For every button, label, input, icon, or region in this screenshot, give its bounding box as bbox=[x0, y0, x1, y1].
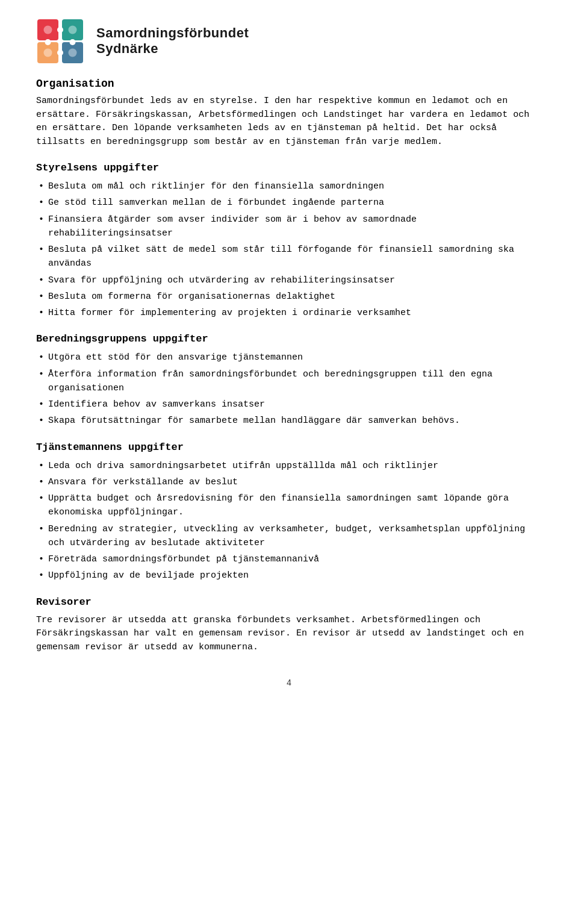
org-name-line2: Sydnärke bbox=[96, 41, 249, 57]
list-item: Finansiera åtgärder som avser individer … bbox=[36, 213, 542, 241]
page-footer: 4 bbox=[36, 678, 542, 688]
berednings-section: Beredningsgruppens uppgifter Utgöra ett … bbox=[36, 333, 542, 428]
svg-point-4 bbox=[57, 27, 63, 33]
list-item: Leda och driva samordningsarbetet utifrå… bbox=[36, 459, 542, 473]
svg-point-10 bbox=[44, 49, 52, 57]
list-item: Utgöra ett stöd för den ansvarige tjänst… bbox=[36, 351, 542, 364]
revisorer-heading: Revisorer bbox=[36, 596, 542, 608]
page-header: Samordningsförbundet Sydnärke bbox=[36, 18, 542, 63]
tjanstemannens-section: Tjänstemannens uppgifter Leda och driva … bbox=[36, 442, 542, 583]
list-item: Skapa förutsättningar för samarbete mell… bbox=[36, 414, 542, 428]
svg-point-8 bbox=[44, 26, 52, 34]
svg-point-7 bbox=[57, 50, 63, 56]
intro-section: Samordningsförbundet leds av en styrelse… bbox=[36, 95, 542, 149]
organization-logo bbox=[36, 18, 84, 63]
tjanstemannens-heading: Tjänstemannens uppgifter bbox=[36, 442, 542, 453]
svg-point-11 bbox=[69, 49, 77, 57]
tjanstemannens-list: Leda och driva samordningsarbetet utifrå… bbox=[36, 459, 542, 583]
list-item: Ansvara för verkställande av beslut bbox=[36, 475, 542, 489]
berednings-list: Utgöra ett stöd för den ansvarige tjänst… bbox=[36, 351, 542, 428]
berednings-heading: Beredningsgruppens uppgifter bbox=[36, 333, 542, 345]
svg-point-6 bbox=[70, 39, 76, 45]
styrelsens-heading: Styrelsens uppgifter bbox=[36, 162, 542, 173]
intro-paragraph: Samordningsförbundet leds av en styrelse… bbox=[36, 95, 542, 149]
list-item: Ge stöd till samverkan mellan de i förbu… bbox=[36, 196, 542, 210]
list-item: Svara för uppföljning och utvärdering av… bbox=[36, 273, 542, 287]
styrelsens-list: Besluta om mål och riktlinjer för den fi… bbox=[36, 179, 542, 320]
revisorer-section: Revisorer Tre revisorer är utsedda att g… bbox=[36, 596, 542, 655]
page-number: 4 bbox=[287, 678, 291, 688]
list-item: Företräda samordningsförbundet på tjänst… bbox=[36, 552, 542, 566]
svg-point-9 bbox=[69, 26, 77, 34]
org-name-line1: Samordningsförbundet bbox=[96, 25, 249, 41]
list-item: Hitta former för implementering av proje… bbox=[36, 306, 542, 320]
page-title: Organisation bbox=[36, 78, 542, 90]
list-item: Uppföljning av de beviljade projekten bbox=[36, 569, 542, 582]
list-item: Identifiera behov av samverkans insatser bbox=[36, 398, 542, 411]
svg-point-5 bbox=[45, 39, 51, 45]
revisorer-text: Tre revisorer är utsedda att granska för… bbox=[36, 614, 542, 655]
logo-container bbox=[36, 18, 84, 63]
list-item: Beredning av strategier, utveckling av v… bbox=[36, 522, 542, 551]
list-item: Upprätta budget och årsredovisning för d… bbox=[36, 492, 542, 520]
list-item: Besluta på vilket sätt de medel som står… bbox=[36, 243, 542, 271]
list-item: Besluta om mål och riktlinjer för den fi… bbox=[36, 179, 542, 193]
organization-name: Samordningsförbundet Sydnärke bbox=[96, 25, 249, 57]
list-item: Återföra information från samordningsför… bbox=[36, 367, 542, 396]
list-item: Besluta om formerna för organisationerna… bbox=[36, 290, 542, 304]
styrelsens-section: Styrelsens uppgifter Besluta om mål och … bbox=[36, 162, 542, 320]
